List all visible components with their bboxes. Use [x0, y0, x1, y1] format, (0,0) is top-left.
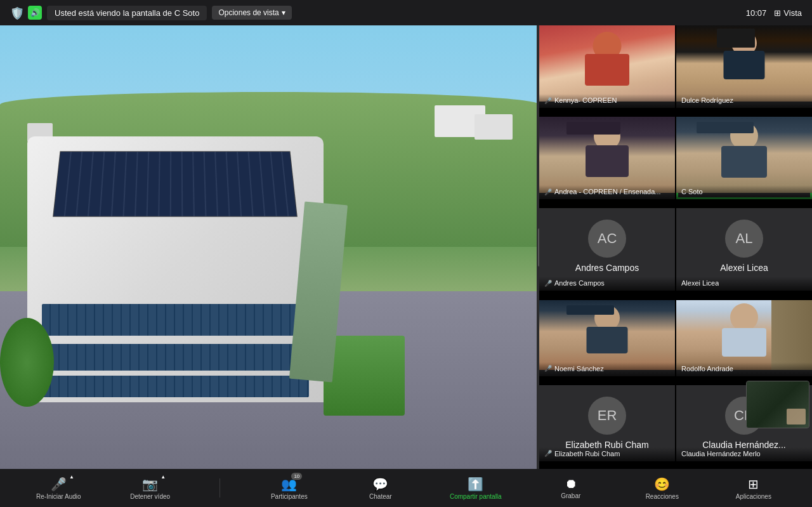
chat-label: Chatear: [369, 493, 392, 500]
apps-label: Aplicaciones: [736, 493, 771, 500]
speaker-icon: 🔊: [28, 6, 42, 20]
share-screen-button[interactable]: ⬆️ Compartir pantalla: [450, 477, 502, 500]
video-cell-andrea: 🎤 Andrea - COPREEN / Ensenada...: [539, 117, 675, 199]
andrea-video: [539, 117, 675, 193]
video-label: Detener vídeo: [130, 493, 170, 500]
participants-label: Participantes: [271, 493, 308, 500]
top-bar-right: 10:07 ⊞ Vista: [746, 8, 802, 18]
csoto-name-bar: C Soto: [676, 185, 812, 199]
apps-icon: ⊞: [748, 477, 759, 492]
mic-muted-icon-andres: 🎤: [544, 280, 552, 287]
participants-icon: 👥 10: [281, 477, 297, 492]
video-button[interactable]: 📷 ▲ Detener vídeo: [128, 477, 173, 500]
alexei-name-big: Alexei Licea: [720, 263, 768, 273]
audio-chevron: ▲: [69, 474, 74, 480]
grid-icon: ⊞: [774, 8, 781, 18]
reactions-label: Reacciones: [646, 493, 679, 500]
video-cell-csoto: C Soto: [676, 117, 812, 199]
kennya-name: Kennya- COPREEN: [554, 96, 617, 104]
csoto-name: C Soto: [681, 188, 703, 195]
clock: 10:07: [746, 8, 767, 18]
elizabeth-subname: Elizabeth Rubi Cham: [554, 450, 620, 458]
alexei-avatar-cell: AL Alexei Licea: [676, 208, 812, 284]
vista-button[interactable]: ⊞ Vista: [774, 8, 802, 18]
apps-button[interactable]: ⊞ Aplicaciones: [731, 477, 776, 500]
andres-subname: Andres Campos: [554, 279, 605, 287]
rodolfo-name-bar: Rodolfo Andrade: [676, 362, 812, 376]
microphone-muted-icon: 🎤 ▲: [51, 477, 67, 492]
claudia-name-bar: Claudia Hernández Merlo: [676, 447, 812, 461]
mic-muted-icon-andrea: 🎤: [544, 188, 552, 195]
audio-button[interactable]: 🎤 ▲ Re-Iniciar Audio: [36, 477, 81, 500]
andres-name-big: Andres Campos: [575, 263, 639, 273]
main-content: 🎤 Kennya- COPREEN Dulce Rodríguez: [0, 25, 812, 469]
noemi-name: Noemi Sánchez: [554, 365, 604, 372]
shield-icon: 🛡️: [10, 6, 23, 19]
dulce-name: Dulce Rodríguez: [681, 96, 733, 104]
kennya-video: [539, 25, 675, 102]
reactions-icon: 😊: [654, 477, 670, 492]
reactions-button[interactable]: 😊 Reacciones: [640, 477, 684, 500]
andres-avatar: AC: [588, 220, 626, 258]
screen-share-banner: 🔊 Usted está viendo la pantalla de C Sot…: [28, 6, 207, 20]
top-bar-left: 🛡️ 🔊 Usted está viendo la pantalla de C …: [10, 6, 292, 20]
noemi-name-bar: 🎤 Noemi Sánchez: [539, 362, 675, 376]
participants-count: 10: [291, 473, 302, 480]
alexei-avatar: AL: [725, 220, 763, 258]
record-button[interactable]: ⏺ Grabar: [549, 477, 593, 499]
toolbar-sep-1: [219, 478, 220, 497]
participants-button[interactable]: 👥 10 Participantes: [267, 477, 311, 500]
vista-label: Vista: [783, 8, 802, 18]
record-icon: ⏺: [565, 477, 577, 491]
share-label: Compartir pantalla: [450, 493, 502, 500]
thumbnail-image: [747, 381, 809, 428]
video-chevron: ▲: [160, 474, 166, 480]
claudia-subname: Claudia Hernández Merlo: [681, 450, 761, 458]
view-options-button[interactable]: Opciones de vista ▾: [212, 6, 291, 20]
audio-label: Re-Iniciar Audio: [36, 493, 81, 500]
andres-avatar-cell: AC Andres Campos: [539, 208, 675, 284]
chevron-down-icon: ▾: [282, 8, 285, 17]
participants-panel: 🎤 Kennya- COPREEN Dulce Rodríguez: [539, 25, 812, 469]
mic-muted-icon-elizabeth: 🎤: [544, 450, 552, 457]
video-cell-elizabeth: ER Elizabeth Rubi Cham 🎤 Elizabeth Rubi …: [539, 385, 675, 461]
rodolfo-name: Rodolfo Andrade: [681, 365, 733, 372]
andrea-name: Andrea - COPREEN / Ensenada...: [554, 188, 661, 195]
share-screen-icon: ⬆️: [468, 477, 483, 492]
video-cell-dulce: Dulce Rodríguez: [676, 25, 812, 108]
andrea-name-bar: 🎤 Andrea - COPREEN / Ensenada...: [539, 185, 675, 199]
thumbnail-preview[interactable]: [746, 381, 809, 428]
alexei-name-bar: Alexei Licea: [676, 277, 812, 291]
video-cell-alexei: AL Alexei Licea Alexei Licea: [676, 208, 812, 291]
elizabeth-avatar: ER: [588, 397, 626, 435]
screen-share-area: [0, 25, 539, 469]
mic-muted-icon-noemi: 🎤: [544, 365, 552, 372]
rodolfo-video: [676, 300, 812, 370]
dulce-video: [676, 25, 812, 102]
video-cell-rodolfo: Rodolfo Andrade: [676, 300, 812, 376]
video-cell-noemi: 🎤 Noemi Sánchez: [539, 300, 675, 376]
chat-button[interactable]: 💬 Chatear: [358, 477, 403, 500]
alexei-subname: Alexei Licea: [681, 279, 719, 287]
banner-text: Usted está viendo la pantalla de C Soto: [47, 6, 207, 20]
mic-muted-icon: 🎤: [544, 97, 552, 104]
video-cell-kennya: 🎤 Kennya- COPREEN: [539, 25, 675, 108]
chat-icon: 💬: [372, 477, 388, 492]
csoto-video: [676, 117, 812, 193]
top-bar: 🛡️ 🔊 Usted está viendo la pantalla de C …: [0, 0, 812, 25]
kennya-name-bar: 🎤 Kennya- COPREEN: [539, 94, 675, 108]
record-label: Grabar: [561, 492, 580, 499]
noemi-video: [539, 300, 675, 370]
elizabeth-name-bar: 🎤 Elizabeth Rubi Cham: [539, 447, 675, 461]
camera-icon: 📷 ▲: [142, 477, 158, 492]
building-scene: [0, 25, 539, 469]
dulce-name-bar: Dulce Rodríguez: [676, 94, 812, 108]
video-cell-andres: AC Andres Campos 🎤 Andres Campos: [539, 208, 675, 291]
andres-name-bar: 🎤 Andres Campos: [539, 277, 675, 291]
bottom-toolbar: 🎤 ▲ Re-Iniciar Audio 📷 ▲ Detener vídeo 👥…: [0, 469, 812, 507]
view-options-label: Opciones de vista: [218, 8, 278, 17]
